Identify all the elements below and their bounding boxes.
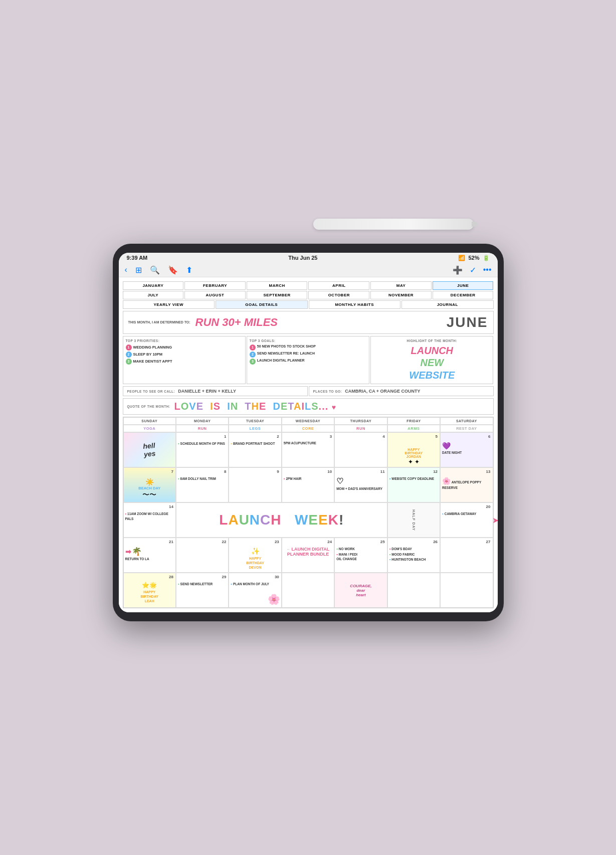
workout-rest: REST DAY — [440, 425, 493, 432]
dot-26c: • — [389, 557, 391, 562]
bookmark-icon[interactable]: 🔖 — [168, 265, 178, 275]
share-icon[interactable]: ⬆ — [186, 265, 192, 275]
check-icon[interactable]: ✓ — [470, 265, 476, 275]
tab-april[interactable]: APRIL — [308, 281, 369, 290]
tab-august[interactable]: AUGUST — [184, 291, 246, 299]
lw-c: C — [260, 512, 271, 528]
tab-may[interactable]: MAY — [370, 281, 432, 290]
workout-row: YOGA RUN LEGS CORE RUN ARMS REST DAY — [123, 425, 493, 432]
date-num-6: 6 — [488, 434, 490, 439]
launch-week-text: LAUNCH WEEK! — [219, 512, 344, 528]
apple-pencil — [313, 219, 474, 230]
lw-a: A — [228, 512, 239, 528]
quote-row: QUOTE OF THE MONTH: LOVE IS IN THE DETAI… — [123, 398, 494, 415]
back-button[interactable]: ‹ — [125, 265, 127, 274]
tab-july[interactable]: JULY — [123, 291, 184, 299]
bday-devon-text: HAPPYBIRTHDAYDEVON — [231, 556, 279, 570]
more-icon[interactable]: ••• — [483, 265, 492, 275]
priority-text-1: WEDDING PLANNING — [133, 345, 172, 350]
goal-num-3: 3 — [250, 359, 256, 365]
cal-cell-4: 4 — [334, 432, 387, 467]
week-1: hellyes 1 • SCHEDULE MONTH OF PINS 2 • B… — [123, 432, 493, 467]
event-3: 5PM ACUPUNCTURE — [284, 441, 332, 445]
cal-cell-27: 27 — [440, 538, 493, 573]
bday-leah-text: HAPPYBIRTHDAYLEAH — [125, 590, 174, 603]
dot-25b: • — [336, 552, 338, 557]
month-tabs-row1: JANUARY FEBRUARY MARCH APRIL MAY JUNE — [123, 281, 494, 290]
places-value: CAMBRIA, CA + ORANGE COUNTY — [345, 389, 420, 394]
people-value: DANIELLE + ERIN + KELLY — [178, 389, 236, 394]
tab-march[interactable]: MARCH — [247, 281, 308, 290]
tab-yearly-view[interactable]: YEARLY VIEW — [123, 300, 215, 309]
cal-cell-3: 3 5PM ACUPUNCTURE — [282, 432, 334, 467]
dot-8: • — [178, 476, 179, 481]
priority-num-3: 3 — [126, 359, 132, 365]
dot-25: • — [336, 547, 338, 551]
add-page-icon[interactable]: ➕ — [453, 265, 463, 275]
lw-h: H — [271, 512, 281, 528]
tab-goal-details[interactable]: GOAL DETAILS — [216, 300, 308, 309]
stars-icon: ⭐🌟 — [125, 582, 174, 590]
date-num-11: 11 — [380, 469, 385, 474]
dot-1: • — [178, 441, 179, 446]
header-tuesday: TUESDAY — [229, 417, 281, 425]
status-bar: 9:39 AM Thu Jun 25 📶 52% 🔋 — [119, 253, 498, 263]
date-num-10: 10 — [327, 469, 332, 474]
tab-november[interactable]: NOVEMBER — [370, 291, 432, 299]
month-name: JUNE — [447, 314, 488, 330]
date-night-label: DATE NIGHT — [442, 451, 462, 454]
dot-14: • — [125, 511, 127, 516]
wifi-icon: 📶 — [458, 255, 465, 261]
beach-day-text: BEACH DAY — [138, 486, 160, 490]
cal-cell-23: 23 ✨ HAPPYBIRTHDAYDEVON — [229, 538, 281, 573]
wave-icon: 〜〜 — [138, 490, 160, 499]
cal-cell-8: 8 • 8AM DOLLY NAIL TRIM — [176, 467, 229, 502]
tab-january[interactable]: JANUARY — [123, 281, 184, 290]
dot-30: • — [231, 582, 232, 586]
tab-monthly-habits[interactable]: MONTHLY HABITS — [309, 300, 401, 309]
tab-september[interactable]: SEPTEMBER — [247, 291, 308, 299]
date-num-26: 26 — [433, 540, 438, 544]
cal-cell-half-day: HALF DAY — [387, 502, 440, 538]
tab-journal[interactable]: JOURNAL — [401, 300, 494, 309]
quote-text: LOVE IS IN THE DETAILS... ♥ — [174, 401, 337, 412]
cal-cell-courage: COURAGE,dearheart — [334, 573, 387, 608]
date-num-5: 5 — [436, 434, 438, 439]
date-num-20: 20 — [486, 504, 491, 509]
search-icon[interactable]: 🔍 — [150, 265, 160, 275]
info-row: PEOPLE TO SEE OR CALL: DANIELLE + ERIN +… — [123, 386, 494, 396]
workout-run2: RUN — [334, 425, 387, 432]
dot-10: • — [284, 476, 285, 481]
tab-february[interactable]: FEBRUARY — [184, 281, 246, 290]
header-wednesday: WEDNESDAY — [282, 417, 334, 425]
cal-cell-10: 10 • 2PM HAIR — [282, 467, 334, 502]
calendar-day-headers: SUNDAY MONDAY TUESDAY WEDNESDAY THURSDAY… — [123, 417, 493, 425]
lw-k: K — [328, 512, 339, 528]
grid-icon[interactable]: ⊞ — [135, 265, 142, 275]
cal-cell-1: 1 • SCHEDULE MONTH OF PINS — [176, 432, 229, 467]
highlight-title: HIGHLIGHT OF THE MONTH: — [373, 339, 490, 343]
date-num-8: 8 — [224, 469, 226, 474]
priority-1: 1 WEDDING PLANNING — [126, 345, 243, 351]
goal-2: 2 SEND NEWSLETTER RE: LAUNCH — [250, 352, 366, 358]
header-friday: FRIDAY — [387, 417, 440, 425]
date-num-2: 2 — [277, 434, 279, 439]
cambria-arrow: ➤ — [492, 516, 498, 525]
goals-title: TOP 3 GOALS: — [250, 339, 366, 343]
event-12: • WEBSITE COPY DEADLINE — [389, 476, 438, 481]
cal-cell-2: 2 • BRAND PORTRAIT SHOOT — [229, 432, 281, 467]
tab-october[interactable]: OCTOBER — [308, 291, 369, 299]
tab-december[interactable]: DECEMBER — [433, 291, 494, 299]
date-num-4: 4 — [382, 434, 384, 439]
week-3-grid: 14 • 11AM ZOOM W/ COLLEGE PALS LAUNCH WE… — [123, 502, 493, 538]
cal-cell-22: 22 — [176, 538, 229, 573]
dot-2: • — [231, 441, 232, 446]
date-num-28: 28 — [169, 575, 173, 579]
event-29: • SEND NEWSLETTER — [178, 582, 227, 587]
event-21: ➡ 🌴 RETURN TO LA — [125, 547, 174, 561]
event-14: • 11AM ZOOM W/ COLLEGE PALS — [125, 511, 174, 521]
cal-cell-29: 29 • SEND NEWSLETTER — [176, 573, 229, 608]
tab-june[interactable]: JUNE — [433, 281, 494, 290]
week-5-grid: 28 ⭐🌟 HAPPYBIRTHDAYLEAH 29 • SEND NEWSLE… — [123, 573, 493, 608]
date-num-25: 25 — [380, 540, 385, 544]
